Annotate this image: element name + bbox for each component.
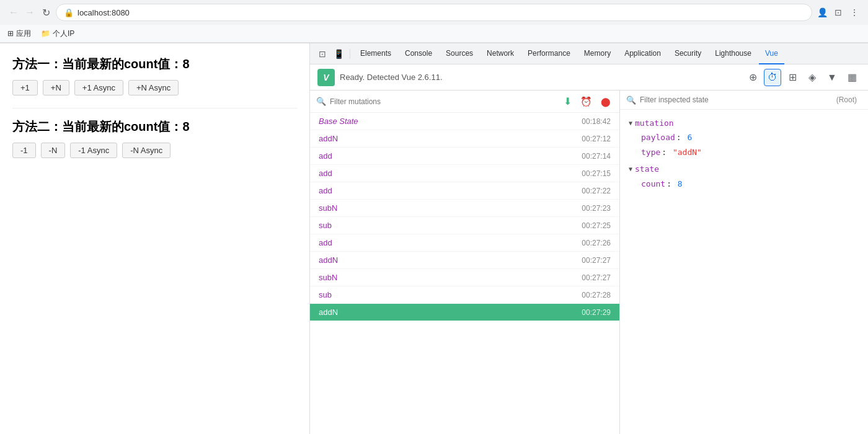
btn-plus1[interactable]: +1	[12, 80, 38, 95]
apps-label: 应用	[16, 29, 31, 39]
mutation-row[interactable]: subN00:27:23	[310, 200, 619, 217]
bookmark-personal-ip[interactable]: 📁 个人IP	[41, 29, 74, 39]
devtools-tabs: ⊡ 📱 Elements Console Sources Network Per…	[310, 43, 868, 64]
mutation-name: addN	[319, 134, 338, 143]
reload-button[interactable]: ↻	[40, 6, 52, 19]
btn-plusN[interactable]: +N	[43, 80, 69, 95]
tab-performance[interactable]: Performance	[521, 43, 577, 64]
mutation-row[interactable]: addN00:27:29	[310, 304, 619, 321]
root-badge[interactable]: (Root)	[831, 94, 862, 105]
vue-toolbar: V Ready. Detected Vue 2.6.11. ⊕ ⏱ ⊞ ◈ ▼ …	[310, 64, 868, 91]
count-value: 8	[678, 177, 683, 191]
address-bar[interactable]: 🔒 localhost:8080	[56, 4, 812, 21]
page-content: 方法一：当前最新的count值：8 +1 +N +1 Async +N Asyn…	[0, 43, 310, 434]
tab-console[interactable]: Console	[399, 43, 438, 64]
btn-minusN-async[interactable]: -N Async	[122, 143, 170, 158]
section1-heading: 方法一：当前最新的count值：8	[12, 56, 297, 73]
back-button[interactable]: ←	[7, 6, 20, 19]
type-key: type	[641, 145, 660, 159]
btn-plus1-async[interactable]: +1 Async	[74, 80, 123, 95]
mutation-time: 00:27:27	[582, 273, 611, 282]
mutation-row[interactable]: add00:27:15	[310, 165, 619, 182]
mutation-row[interactable]: sub00:27:28	[310, 286, 619, 304]
more-icon[interactable]: ▦	[843, 69, 861, 86]
mutation-time: 00:27:15	[582, 169, 611, 178]
mutation-row[interactable]: subN00:27:27	[310, 269, 619, 286]
btn-minus1-async[interactable]: -1 Async	[70, 143, 117, 158]
mutation-arrow[interactable]: ▼	[629, 118, 632, 129]
type-value: "addN"	[673, 145, 702, 159]
clear-icon[interactable]: ⬤	[598, 95, 613, 108]
vue-logo: V	[317, 69, 335, 86]
mutation-row[interactable]: add00:27:14	[310, 148, 619, 165]
forward-button[interactable]: →	[24, 6, 36, 19]
devtools-panel: ⊡ 📱 Elements Console Sources Network Per…	[310, 43, 868, 434]
mutations-list: Base State 00:18:42 addN00:27:12add00:27…	[310, 113, 619, 434]
tab-network[interactable]: Network	[480, 43, 520, 64]
mutation-name: add	[319, 151, 332, 161]
mutation-row[interactable]: sub00:27:25	[310, 217, 619, 234]
search-icon: 🔍	[316, 97, 326, 106]
colon-2: :	[662, 145, 671, 159]
mutation-time: 00:27:25	[582, 221, 611, 230]
tab-memory[interactable]: Memory	[578, 43, 617, 64]
router-icon[interactable]: ◈	[804, 69, 821, 86]
extensions-icon[interactable]: ⊡	[832, 6, 844, 19]
section2-buttons: -1 -N -1 Async -N Async	[12, 143, 297, 158]
state-arrow[interactable]: ▼	[629, 164, 632, 175]
payload-key: payload	[641, 130, 675, 144]
state-children: count : 8	[629, 177, 859, 191]
state-search-icon: 🔍	[626, 95, 636, 105]
devtools-content: 🔍 ⬇ ⏰ ⬤ Base State 00:18:42 addN00:27:12…	[310, 91, 868, 434]
lock-icon: 🔒	[64, 8, 74, 17]
tab-vue[interactable]: Vue	[759, 43, 784, 64]
browser-chrome: ← → ↻ 🔒 localhost:8080 👤 ⊡ ⋮ ⊞ 应用 📁 个人IP	[0, 0, 868, 43]
state-panel: 🔍 (Root) ▼ mutation payload	[620, 91, 868, 434]
mutation-name: addN	[319, 308, 338, 317]
profile-icon[interactable]: 👤	[816, 6, 828, 19]
mutation-name: Base State	[319, 117, 358, 126]
mutation-name: sub	[319, 290, 332, 299]
menu-icon[interactable]: ⋮	[848, 6, 861, 19]
tab-application[interactable]: Application	[618, 43, 667, 64]
bookmark-apps[interactable]: ⊞ 应用	[7, 29, 31, 39]
timeline-icon[interactable]: ⏱	[764, 69, 781, 86]
mutation-row[interactable]: add00:27:22	[310, 182, 619, 200]
mutation-row[interactable]: add00:27:26	[310, 234, 619, 252]
tab-sources[interactable]: Sources	[440, 43, 479, 64]
colon-1: :	[676, 130, 686, 144]
state-tree-row: ▼ state	[629, 162, 859, 176]
mutation-time: 00:27:22	[582, 187, 611, 195]
section1: 方法一：当前最新的count值：8 +1 +N +1 Async +N Asyn…	[12, 56, 297, 95]
devtools-nav-btn-inspect[interactable]: ⊡	[315, 46, 330, 61]
tab-lighthouse[interactable]: Lighthouse	[709, 43, 758, 64]
import-icon[interactable]: ⬇	[561, 94, 574, 108]
tab-security[interactable]: Security	[668, 43, 707, 64]
section2: 方法二：当前最新的count值：8 -1 -N -1 Async -N Asyn…	[12, 118, 297, 158]
mutation-row[interactable]: addN00:27:12	[310, 130, 619, 148]
btn-minusN[interactable]: -N	[41, 143, 66, 158]
vuex-icon[interactable]: ⊞	[784, 69, 801, 86]
mutation-name: add	[319, 169, 332, 178]
count-key: count	[641, 177, 665, 191]
btn-plusN-async[interactable]: +N Async	[128, 80, 179, 95]
mutation-time: 00:27:29	[582, 308, 611, 317]
settings-dropdown-icon[interactable]: ▼	[823, 69, 841, 86]
state-filter-input[interactable]	[640, 95, 828, 104]
tab-separator	[350, 49, 350, 59]
component-inspector-icon[interactable]: ⊕	[744, 69, 761, 86]
mutation-name: subN	[319, 203, 337, 213]
mutations-filter-bar: 🔍 ⬇ ⏰ ⬤	[310, 91, 619, 113]
mutation-row[interactable]: addN00:27:27	[310, 252, 619, 269]
mutations-filter-input[interactable]	[330, 97, 557, 106]
tab-elements[interactable]: Elements	[354, 43, 397, 64]
devtools-nav-btn-device[interactable]: 📱	[331, 46, 346, 61]
time-travel-icon[interactable]: ⏰	[578, 95, 595, 108]
btn-minus1[interactable]: -1	[12, 143, 36, 158]
payload-value: 6	[687, 130, 692, 144]
mutation-time: 00:27:23	[582, 204, 611, 213]
mutation-tree-row: ▼ mutation	[629, 116, 859, 130]
browser-toolbar: ← → ↻ 🔒 localhost:8080 👤 ⊡ ⋮	[0, 0, 868, 25]
mutation-time: 00:18:42	[582, 117, 611, 126]
mutation-row-base[interactable]: Base State 00:18:42	[310, 113, 619, 130]
